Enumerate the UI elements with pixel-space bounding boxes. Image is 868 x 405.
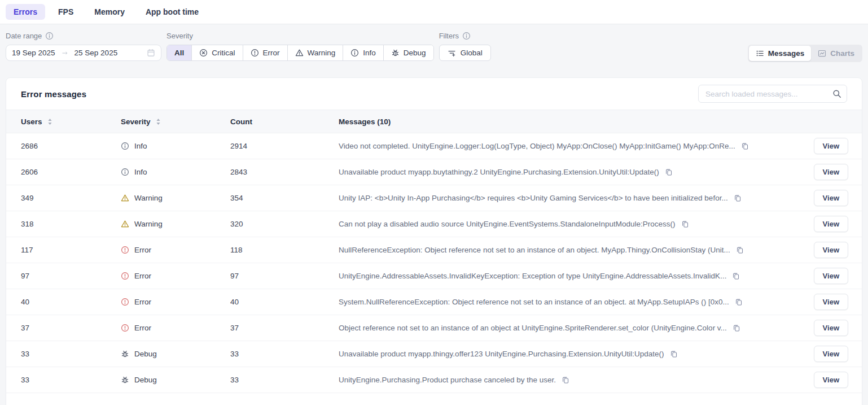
message-cell: UnityEngine.AddressableAssets.InvalidKey…	[339, 272, 803, 280]
panel-title: Error messages	[21, 89, 86, 99]
info-tooltip-icon	[45, 32, 54, 40]
view-toggle-wrap: Messages Charts	[748, 31, 862, 62]
copy-icon[interactable]	[734, 194, 742, 202]
users-cell: 349	[21, 194, 121, 202]
severity-button-group: All Critical Error Warning Info Debug	[166, 45, 434, 61]
tab-fps[interactable]: FPS	[50, 4, 81, 20]
severity-cell: Debug	[121, 376, 230, 384]
toggle-messages[interactable]: Messages	[749, 46, 812, 61]
severity-cell: Info	[121, 168, 230, 176]
users-cell: 33	[21, 350, 121, 358]
info-icon	[121, 142, 129, 150]
message-cell: System.NullReferenceException: Object re…	[339, 298, 803, 306]
error-icon	[121, 298, 129, 306]
severity-cell: Error	[121, 272, 230, 280]
date-range-input[interactable]: 19 Sep 2025 25 Sep 2025	[6, 45, 161, 61]
view-button[interactable]: View	[814, 242, 848, 258]
severity-option-info[interactable]: Info	[343, 45, 383, 60]
error-icon	[121, 246, 129, 254]
calendar-icon[interactable]	[147, 49, 155, 57]
copy-icon[interactable]	[733, 324, 740, 332]
count-cell: 2914	[230, 142, 339, 150]
view-button[interactable]: View	[814, 268, 848, 284]
table-row: 97 Error 97 UnityEngine.AddressableAsset…	[6, 263, 862, 289]
start-date: 19 Sep 2025	[12, 49, 55, 57]
view-button[interactable]: View	[814, 164, 848, 180]
view-button[interactable]: View	[814, 346, 848, 362]
warning-icon	[295, 49, 304, 57]
debug-icon	[391, 49, 400, 57]
tab-app-boot-time[interactable]: App boot time	[138, 4, 207, 20]
view-button[interactable]: View	[814, 216, 848, 232]
panel-header: Error messages	[6, 78, 862, 110]
tab-memory[interactable]: Memory	[86, 4, 133, 20]
tab-errors[interactable]: Errors	[6, 4, 45, 20]
list-icon	[756, 49, 764, 58]
severity-cell: Error	[121, 324, 230, 332]
top-tab-bar: Errors FPS Memory App boot time	[0, 0, 868, 24]
debug-icon	[121, 376, 129, 384]
count-cell: 118	[230, 246, 339, 254]
copy-icon[interactable]	[681, 220, 689, 228]
filter-bar: Date range 19 Sep 2025 25 Sep 2025 Sever…	[0, 24, 868, 62]
table-header: Users Severity Count Messages (10)	[6, 110, 862, 133]
table-row: 2606 Info 2843 Unavailable product myapp…	[6, 159, 862, 185]
info-icon	[121, 168, 129, 176]
end-date: 25 Sep 2025	[74, 49, 118, 57]
table-row: 318 Warning 320 Can not play a disabled …	[6, 211, 862, 237]
count-cell: 2843	[230, 168, 339, 176]
copy-icon[interactable]	[732, 272, 740, 280]
count-cell: 33	[230, 376, 339, 384]
column-header-severity[interactable]: Severity	[121, 117, 230, 126]
error-icon	[121, 324, 129, 332]
severity-option-all[interactable]: All	[167, 45, 191, 60]
count-cell: 320	[230, 220, 339, 228]
table-row: 117 Error 118 NullReferenceException: Ob…	[6, 237, 862, 263]
severity-option-critical[interactable]: Critical	[191, 45, 242, 60]
view-button[interactable]: View	[814, 320, 848, 336]
users-cell: 2606	[21, 168, 121, 176]
table-body: 2686 Info 2914 Video not completed. Unit…	[6, 133, 862, 393]
severity-cell: Error	[121, 298, 230, 306]
copy-icon[interactable]	[665, 168, 673, 176]
toggle-charts[interactable]: Charts	[811, 46, 861, 61]
sort-icon[interactable]	[47, 118, 52, 125]
table-row: 33 Debug 33 Unavailable product myapp.th…	[6, 341, 862, 367]
search-input[interactable]	[698, 85, 847, 103]
severity-cell: Info	[121, 142, 230, 150]
severity-option-warning[interactable]: Warning	[287, 45, 343, 60]
global-filters-button[interactable]: Global	[439, 45, 491, 61]
users-cell: 37	[21, 324, 121, 332]
message-cell: Can not play a disabled audio source Uni…	[339, 220, 803, 228]
users-cell: 97	[21, 272, 121, 280]
column-header-users[interactable]: Users	[21, 117, 121, 126]
severity-cell: Warning	[121, 220, 230, 228]
critical-icon	[199, 49, 208, 57]
copy-icon[interactable]	[741, 142, 749, 150]
users-cell: 2686	[21, 142, 121, 150]
view-button[interactable]: View	[814, 190, 848, 206]
message-cell: Unavailable product myapp.thingy.offer12…	[339, 350, 803, 358]
severity-option-error[interactable]: Error	[243, 45, 287, 60]
severity-cell: Error	[121, 246, 230, 254]
view-button[interactable]: View	[814, 372, 848, 388]
error-icon	[121, 272, 129, 280]
message-cell: Object reference not set to an instance …	[339, 324, 803, 332]
chart-icon	[818, 49, 826, 58]
users-cell: 117	[21, 246, 121, 254]
view-button[interactable]: View	[814, 138, 848, 154]
users-cell: 40	[21, 298, 121, 306]
copy-icon[interactable]	[670, 350, 678, 358]
copy-icon[interactable]	[562, 376, 569, 384]
message-cell: NullReferenceException: Object reference…	[339, 246, 803, 254]
table-row: 33 Debug 33 UnityEngine.Purchasing.Produ…	[6, 367, 862, 393]
sort-icon[interactable]	[156, 118, 161, 125]
view-button[interactable]: View	[814, 294, 848, 310]
count-cell: 37	[230, 324, 339, 332]
copy-icon[interactable]	[736, 246, 744, 254]
search-icon[interactable]	[832, 89, 841, 98]
severity-option-debug[interactable]: Debug	[383, 45, 433, 60]
warning-icon	[121, 194, 129, 202]
copy-icon[interactable]	[735, 298, 743, 306]
filters-label: Filters	[439, 31, 491, 41]
